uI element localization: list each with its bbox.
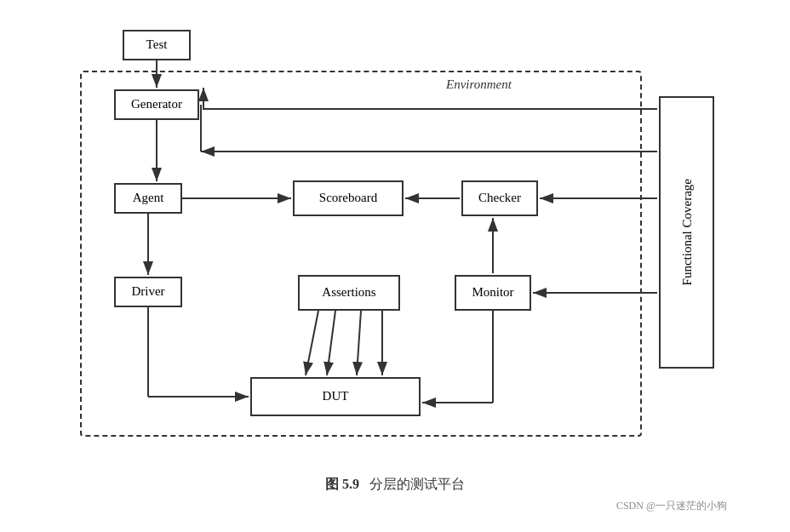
diagram-area: Environment Test Generator Agent Driver … xyxy=(63,20,727,462)
caption-text: 分层的测试平台 xyxy=(369,477,465,491)
test-box: Test xyxy=(123,30,191,60)
page-container: Environment Test Generator Agent Driver … xyxy=(0,0,790,532)
watermark: CSDN @一只迷茫的小狗 xyxy=(63,499,727,513)
functional-coverage-label: Functional Coverage xyxy=(679,179,695,285)
driver-box: Driver xyxy=(114,277,182,307)
monitor-box: Monitor xyxy=(455,275,531,311)
checker-box: Checker xyxy=(461,180,538,216)
assertions-box: Assertions xyxy=(298,275,400,311)
scoreboard-box: Scoreboard xyxy=(293,180,404,216)
caption-figure: 图 5.9 xyxy=(325,477,359,491)
caption: 图 5.9 分层的测试平台 xyxy=(325,476,465,494)
functional-coverage-box: Functional Coverage xyxy=(659,96,714,369)
agent-box: Agent xyxy=(114,183,182,214)
environment-label: Environment xyxy=(446,77,512,92)
generator-box: Generator xyxy=(114,89,199,120)
dut-box: DUT xyxy=(250,377,421,416)
